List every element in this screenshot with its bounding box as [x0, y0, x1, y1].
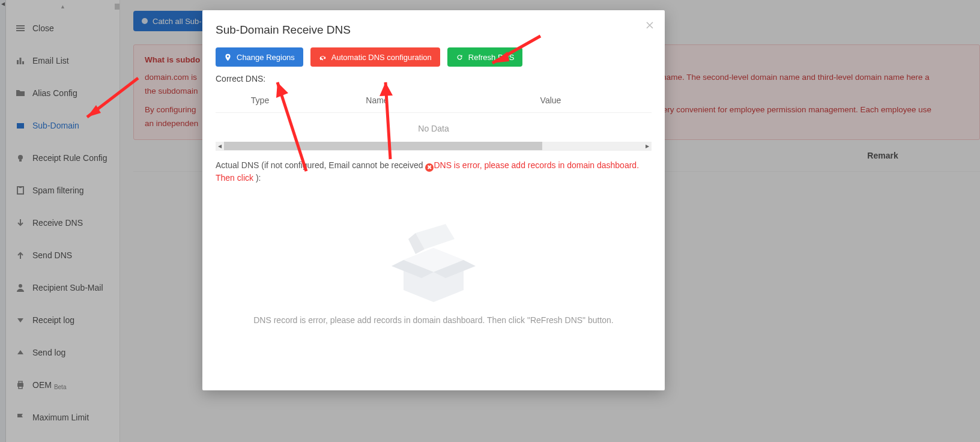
modal-close-button[interactable]: [646, 21, 654, 32]
close-icon: [646, 21, 654, 29]
button-label: Change Regions: [237, 53, 295, 62]
col-value: Value: [452, 95, 649, 105]
location-pin-icon: [224, 53, 232, 61]
actual-dns-line: Actual DNS (if not configured, Email can…: [216, 159, 652, 184]
col-type: Type: [218, 95, 302, 105]
col-name: Name: [302, 95, 452, 105]
scroll-right-icon[interactable]: ▶: [643, 144, 652, 149]
auto-dns-config-button[interactable]: Automatic DNS configuration: [310, 47, 440, 67]
modal-title: Sub-Domain Receive DNS: [216, 23, 652, 37]
empty-state-message: DNS record is error, please add records …: [216, 315, 652, 325]
scroll-track[interactable]: [224, 142, 643, 150]
scroll-left-icon[interactable]: ◀: [216, 144, 224, 149]
refresh-dns-button[interactable]: Refresh DNS: [447, 47, 523, 67]
error-circle-icon: ✖: [425, 163, 434, 172]
gear-icon: [319, 53, 327, 61]
table-horizontal-scrollbar[interactable]: ◀ ▶: [216, 142, 652, 150]
refresh-icon: [456, 53, 464, 61]
empty-box-icon: [380, 206, 488, 302]
button-label: Refresh DNS: [468, 53, 515, 62]
correct-dns-table: Type Name Value No Data ◀ ▶: [216, 88, 652, 151]
correct-dns-label: Correct DNS:: [216, 74, 652, 83]
no-data-text: No Data: [216, 113, 652, 141]
button-label: Automatic DNS configuration: [331, 53, 432, 62]
actual-dns-prefix: Actual DNS (if not configured, Email can…: [216, 160, 425, 170]
change-regions-button[interactable]: Change Regions: [216, 47, 303, 67]
receive-dns-modal: Sub-Domain Receive DNS Change Regions Au…: [202, 10, 665, 390]
empty-state: DNS record is error, please add records …: [216, 206, 652, 325]
actual-dns-suffix: ):: [256, 173, 261, 183]
